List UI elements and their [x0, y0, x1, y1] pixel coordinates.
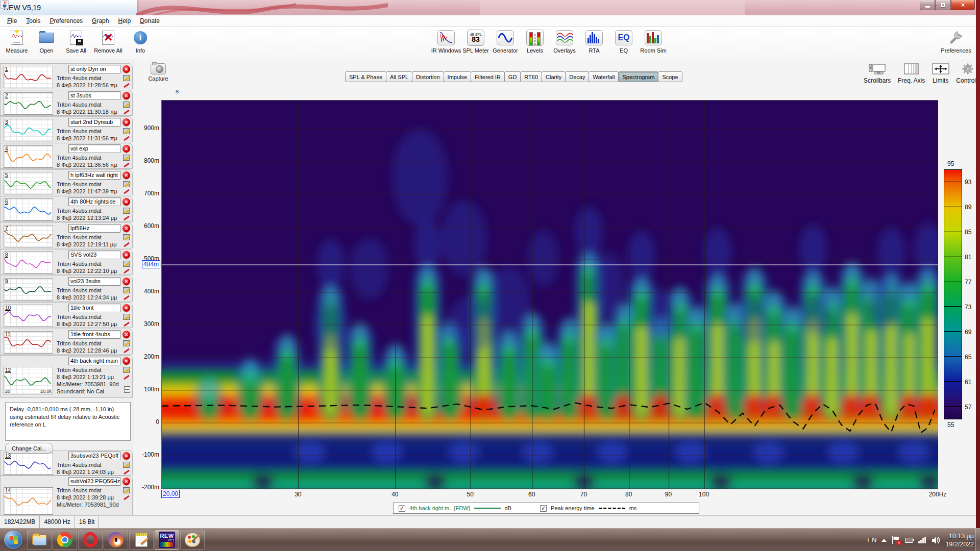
trace-style-icon[interactable]	[124, 136, 130, 141]
clock[interactable]: 10:13 μμ 19/2/2022	[945, 532, 974, 548]
tab-decay[interactable]: Decay	[565, 71, 589, 82]
generator-button[interactable]: Generator	[491, 28, 520, 54]
measurement-card-13[interactable]: 133subsvol23 PEQoff✕Triton 4subs.mdat8 Φ…	[0, 450, 133, 475]
tab-clarity[interactable]: Clarity	[542, 71, 566, 82]
delete-measurement-button[interactable]: ✕	[122, 118, 130, 126]
edit-notes-icon[interactable]	[123, 287, 130, 293]
tab-impulse[interactable]: Impulse	[444, 71, 472, 82]
edit-notes-icon[interactable]	[123, 234, 130, 240]
menu-donate[interactable]: Donate	[136, 16, 164, 26]
volume-icon[interactable]	[931, 536, 940, 544]
tab-filtered-ir[interactable]: Filtered IR	[471, 71, 505, 82]
trace-style-icon[interactable]	[124, 110, 130, 114]
measurement-card-11[interactable]: 111tile front 4subs✕Triton 4subs.mdat8 Φ…	[0, 329, 133, 355]
trace-style-icon[interactable]	[124, 495, 130, 500]
taskbar-chrome[interactable]	[53, 530, 77, 550]
measurement-card-8[interactable]: 8SVS vol23✕Triton 4subs.mdat8 Φεβ 2022 1…	[0, 249, 133, 275]
notes-icon[interactable]	[124, 386, 130, 393]
measurement-card-5[interactable]: 5h lpf63Hz wall right✕Triton 4subs.mdat8…	[0, 169, 133, 195]
power-icon[interactable]	[905, 538, 913, 543]
edit-notes-icon[interactable]	[123, 181, 130, 187]
tab-rt60[interactable]: RT60	[520, 71, 542, 82]
minimize-button[interactable]	[920, 0, 935, 10]
menu-graph[interactable]: Graph	[88, 16, 113, 26]
edit-notes-icon[interactable]	[123, 367, 130, 373]
trace-style-icon[interactable]	[124, 269, 130, 273]
edit-notes-icon[interactable]	[123, 155, 130, 161]
spectrogram-plot[interactable]	[161, 100, 938, 489]
info-button[interactable]: iInfo	[126, 28, 155, 54]
save-all-button[interactable]: Save All	[61, 28, 91, 54]
change-cal-button[interactable]: Change Cal...	[5, 443, 53, 454]
measurement-name-input[interactable]: SVS vol23	[68, 251, 120, 259]
tab-distortion[interactable]: Distortion	[412, 71, 444, 82]
trace-style-icon[interactable]	[124, 83, 130, 88]
room-sim-button[interactable]: Room Sim	[639, 28, 668, 54]
trace-style-icon[interactable]	[124, 163, 130, 167]
preferences-button[interactable]: Preferences	[941, 28, 971, 54]
overlays-button[interactable]: Overlays	[550, 28, 579, 54]
edit-notes-icon[interactable]	[123, 340, 130, 346]
tab-all-spl[interactable]: All SPL	[386, 71, 412, 82]
measurement-name-input[interactable]: 4th 80Hz rightside	[68, 197, 120, 206]
limits-button[interactable]: Limits	[932, 62, 949, 84]
taskbar-secure-browser[interactable]	[104, 530, 128, 550]
measure-button[interactable]: Measure	[2, 28, 32, 54]
tab-spectrogram[interactable]: Spectrogram	[618, 71, 658, 82]
delete-measurement-button[interactable]: ✕	[122, 452, 130, 460]
delete-measurement-button[interactable]: ✕	[122, 145, 130, 153]
delete-measurement-button[interactable]: ✕	[122, 198, 130, 206]
network-signal-icon[interactable]	[918, 537, 926, 543]
measurement-name-input[interactable]: lpf56Hz	[68, 224, 120, 233]
measurement-card-1[interactable]: 1st only Dyn on✕Triton 4subs.mdat8 Φεβ 2…	[0, 63, 133, 89]
measurement-card-7[interactable]: 7lpf56Hz✕Triton 4subs.mdat8 Φεβ 2022 12:…	[0, 222, 133, 248]
language-indicator[interactable]: EN	[867, 536, 876, 544]
menu-help[interactable]: Help	[114, 16, 135, 26]
measurement-name-input[interactable]: 3subsvol23 PEQoff	[68, 452, 120, 460]
edit-notes-icon[interactable]	[123, 462, 130, 468]
eq-button[interactable]: EQEQ	[609, 28, 639, 54]
delete-measurement-button[interactable]: ✕	[122, 251, 130, 259]
trace-style-icon[interactable]	[124, 322, 130, 327]
tab-waterfall[interactable]: Waterfall	[589, 71, 619, 82]
edit-notes-icon[interactable]	[123, 128, 130, 134]
ir-windows-button[interactable]: IR Windows	[431, 28, 461, 54]
start-button[interactable]	[4, 531, 22, 549]
freq-axis-button[interactable]: Freq. Axis	[898, 62, 925, 84]
measurement-name-input[interactable]: 1tile front 4subs	[68, 330, 120, 339]
tab-scope[interactable]: Scope	[658, 71, 682, 82]
open-button[interactable]: Open	[32, 28, 61, 54]
delete-measurement-button[interactable]: ✕	[122, 278, 130, 285]
measurement-card-2[interactable]: 2st 3subs✕Triton 4subs.mdat8 Φεβ 2022 11…	[0, 90, 133, 116]
measurement-name-input[interactable]: start 2nd Dynsub	[68, 118, 120, 127]
measurement-card-14[interactable]: 14subVol23 PEQ56Hz✕Triton 4subs.mdat8 Φε…	[0, 475, 133, 515]
measurement-card-12[interactable]: 122020,0k4th back right main✕Triton 4sub…	[0, 355, 133, 398]
menu-tools[interactable]: Tools	[22, 16, 44, 26]
delete-measurement-button[interactable]: ✕	[122, 478, 130, 485]
measurement-name-input[interactable]: vol23 3subs	[68, 277, 120, 286]
menu-preferences[interactable]: Preferences	[45, 16, 87, 26]
taskbar-file-explorer[interactable]	[27, 530, 52, 550]
edit-notes-icon[interactable]	[123, 208, 130, 214]
delete-measurement-button[interactable]: ✕	[122, 331, 130, 338]
taskbar-rew[interactable]: REWV5.1	[155, 530, 179, 550]
trace-style-icon[interactable]	[124, 189, 130, 194]
show-desktop-button[interactable]	[975, 529, 980, 551]
delete-measurement-button[interactable]: ✕	[122, 224, 130, 232]
remove-all-button[interactable]: ✕Remove All	[91, 28, 126, 54]
action-center-flag-icon[interactable]: ×	[892, 536, 900, 544]
rta-button[interactable]: RTA	[579, 28, 609, 54]
measurement-name-input[interactable]: subVol23 PEQ56Hz	[68, 477, 120, 486]
capture-button[interactable]: Capture	[146, 63, 170, 90]
delete-measurement-button[interactable]: ✕	[122, 357, 130, 365]
edit-notes-icon[interactable]	[123, 75, 130, 81]
menu-file[interactable]: File	[3, 16, 21, 26]
taskbar-opera[interactable]	[78, 530, 103, 550]
tray-expand-icon[interactable]	[881, 539, 887, 542]
peak-checkbox[interactable]: ✓	[540, 505, 547, 512]
tab-gd[interactable]: GD	[504, 71, 521, 82]
edit-notes-icon[interactable]	[123, 261, 130, 267]
trace-style-icon[interactable]	[124, 295, 130, 300]
measurement-card-10[interactable]: 101tile front✕Triton 4subs.mdat8 Φεβ 202…	[0, 302, 133, 328]
scrollbars-button[interactable]: Scrollbars	[864, 62, 891, 84]
